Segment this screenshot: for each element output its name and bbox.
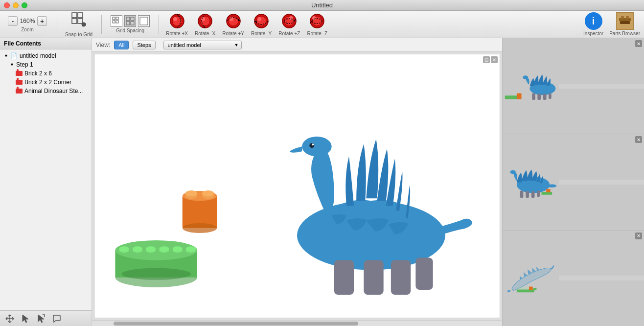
- svg-rect-35: [620, 21, 630, 24]
- tree-item-animal[interactable]: Animal Dinosaur Ste...: [12, 87, 92, 95]
- sep3: [159, 15, 159, 34]
- file-tree: ▼ 📄 untitled model ▼ Step 1 Brick 2 x 6: [0, 49, 92, 310]
- svg-rect-8: [116, 21, 118, 23]
- rotate-ny-button[interactable]: Rotate -Y: [249, 11, 274, 37]
- thumb1-scrollbar[interactable]: [559, 84, 644, 89]
- svg-point-60: [202, 190, 214, 196]
- svg-rect-5: [113, 17, 115, 20]
- steps-view-button[interactable]: Steps: [133, 41, 155, 49]
- parts-icon: [616, 12, 634, 30]
- rotate-px-label: Rotate +X: [166, 31, 188, 36]
- grid-icons: [111, 15, 150, 27]
- thumbnail-panel-3: ✕: [503, 231, 644, 326]
- svg-point-58: [185, 190, 197, 196]
- parts-browser-button[interactable]: Parts Browser: [609, 12, 640, 36]
- rotate-ny-label: Rotate -Y: [251, 31, 272, 36]
- svg-point-48: [159, 246, 169, 251]
- rotate-py-button[interactable]: Rotate +Y: [220, 11, 246, 37]
- canvas-h-scrollbar[interactable]: [92, 320, 502, 326]
- svg-point-25: [257, 17, 261, 21]
- svg-rect-81: [537, 191, 540, 197]
- h-scroll-thumb[interactable]: [114, 322, 358, 326]
- tree-item-brick2[interactable]: Brick 2 x 2 Corner: [12, 78, 92, 87]
- sep2: [101, 15, 102, 34]
- grid-medium-button[interactable]: [124, 15, 136, 27]
- thumb1-close-button[interactable]: ✕: [635, 40, 642, 47]
- grid-spacing-group: Grid Spacing: [107, 13, 154, 35]
- thumb2-close-button[interactable]: ✕: [635, 136, 642, 143]
- svg-rect-1: [78, 13, 83, 18]
- svg-point-89: [520, 287, 521, 288]
- model-select[interactable]: untitled model: [163, 41, 242, 49]
- canvas-area: View: All Steps untitled model ⊡ ✕: [92, 38, 502, 326]
- viewport-controls: ⊡ ✕: [483, 56, 498, 63]
- chevron-down-icon2: ▼: [10, 62, 14, 67]
- rotate-nz-label: Rotate -Z: [307, 31, 327, 36]
- svg-point-50: [173, 246, 183, 251]
- tree-step1: ▼ Step 1 Brick 2 x 6 Brick 2 x 2 Corner: [6, 60, 92, 95]
- titlebar: Untitled: [0, 0, 644, 11]
- inspector-label: Inspector: [583, 31, 603, 36]
- thumbnail-panel-1: ✕: [503, 38, 644, 134]
- svg-rect-80: [531, 191, 535, 198]
- rotate-px-button[interactable]: Rotate +X: [164, 11, 190, 37]
- rotate-nz-button[interactable]: Rotate -Z: [305, 11, 329, 37]
- svg-rect-79: [526, 191, 529, 198]
- zoom-plus-button[interactable]: +: [37, 16, 47, 26]
- svg-point-55: [183, 223, 217, 233]
- sidebar: File Contents ▼ 📄 untitled model ▼ Step …: [0, 38, 92, 326]
- svg-rect-13: [140, 17, 148, 25]
- svg-point-16: [173, 17, 177, 21]
- thumb2-scrollbar[interactable]: [559, 180, 644, 185]
- svg-rect-70: [517, 93, 522, 99]
- comment-tool-button[interactable]: [51, 313, 63, 325]
- rotate-pz-label: Rotate +Z: [278, 31, 300, 36]
- all-view-button[interactable]: All: [114, 41, 129, 49]
- svg-point-44: [133, 246, 142, 251]
- svg-rect-10: [131, 17, 134, 21]
- rotate-nx-button[interactable]: Rotate -X: [193, 11, 217, 37]
- svg-point-62: [302, 137, 332, 156]
- viewport-expand-button[interactable]: ⊡: [483, 56, 490, 63]
- tree-item-step1[interactable]: ▼ Step 1: [6, 60, 92, 69]
- svg-rect-87: [533, 288, 537, 290]
- sidebar-bottom-toolbar: [0, 310, 92, 326]
- rotate-pz-button[interactable]: Rotate +Z: [276, 11, 302, 37]
- green-brick-group: [115, 240, 197, 287]
- svg-rect-11: [126, 22, 130, 25]
- svg-rect-3: [78, 19, 83, 23]
- thumb3-svg: [503, 240, 559, 316]
- svg-point-90: [522, 287, 523, 288]
- snap-to-grid-button[interactable]: [71, 12, 87, 31]
- stegosaurus-group: [290, 137, 473, 295]
- grid-small-button[interactable]: [111, 15, 122, 27]
- move-tool-button[interactable]: [4, 313, 16, 325]
- maximize-button[interactable]: [22, 2, 27, 8]
- tree-item-model[interactable]: ▼ 📄 untitled model: [0, 51, 92, 60]
- grid-label: Grid Spacing: [116, 28, 144, 33]
- svg-rect-75: [549, 93, 552, 99]
- close-button[interactable]: [4, 2, 10, 8]
- grid-large-button[interactable]: [138, 15, 150, 27]
- tree-brick-items: Brick 2 x 6 Brick 2 x 2 Corner Animal Di…: [12, 69, 92, 95]
- multiselect-tool-button[interactable]: [35, 313, 47, 325]
- svg-rect-34: [619, 18, 631, 21]
- traffic-lights: [4, 2, 27, 8]
- svg-point-46: [146, 246, 156, 251]
- zoom-minus-button[interactable]: -: [8, 16, 18, 26]
- canvas-viewport[interactable]: ⊡ ✕: [94, 54, 500, 318]
- thumb3-close-button[interactable]: ✕: [635, 233, 642, 239]
- zoom-value: 160%: [19, 18, 36, 24]
- thumb3-scrollbar[interactable]: [559, 276, 644, 280]
- minimize-button[interactable]: [13, 2, 19, 8]
- viewport-close-button[interactable]: ✕: [491, 56, 498, 63]
- svg-point-88: [518, 287, 519, 288]
- tree-item-brick1[interactable]: Brick 2 x 6: [12, 69, 92, 78]
- svg-rect-72: [532, 93, 535, 99]
- svg-rect-36: [621, 16, 624, 19]
- svg-rect-37: [626, 16, 629, 19]
- select-tool-button[interactable]: [20, 313, 31, 325]
- brick-icon2: [16, 80, 23, 85]
- inspector-button[interactable]: i Inspector: [583, 12, 603, 36]
- snap-to-grid-group: Snap to Grid: [61, 10, 96, 39]
